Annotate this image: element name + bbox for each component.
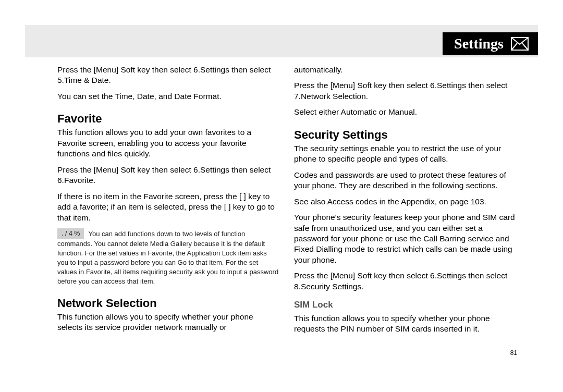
heading-security-settings: Security Settings bbox=[294, 127, 516, 142]
note-text: You can add functions down to two levels… bbox=[57, 230, 278, 285]
body-text: automatically. bbox=[294, 65, 516, 75]
left-column: Press the [Menu] Soft key then select 6.… bbox=[57, 65, 279, 340]
envelope-icon bbox=[511, 37, 529, 51]
body-text: Press the [Menu] Soft key then select 6.… bbox=[57, 165, 279, 186]
body-text: Press the [Menu] Soft key then select 6.… bbox=[57, 65, 279, 86]
right-column: automatically. Press the [Menu] Soft key… bbox=[294, 65, 516, 340]
body-text: If there is no item in the Favorite scre… bbox=[57, 191, 279, 223]
heading-favorite: Favorite bbox=[57, 111, 279, 126]
body-text: The security settings enable you to rest… bbox=[294, 143, 516, 165]
content-area: Press the [Menu] Soft key then select 6.… bbox=[57, 65, 516, 340]
body-text: This function allows you to specify whet… bbox=[294, 313, 516, 335]
page: Settings Press the [Menu] Soft key then … bbox=[25, 25, 538, 367]
note-block: . / 4 %You can add functions down to two… bbox=[57, 228, 279, 286]
body-text: This function allows you to add your own… bbox=[57, 127, 279, 159]
heading-network-selection: Network Selection bbox=[57, 296, 279, 311]
body-text: Select either Automatic or Manual. bbox=[294, 107, 516, 117]
heading-sim-lock: SIM Lock bbox=[294, 299, 516, 311]
body-text: This function allows you to specify whet… bbox=[57, 312, 279, 333]
body-text: Your phone's security features keep your… bbox=[294, 212, 516, 265]
body-text: Codes and passwords are used to protect … bbox=[294, 170, 516, 191]
page-title: Settings bbox=[454, 35, 504, 52]
note-chip: . / 4 % bbox=[57, 228, 84, 239]
page-header: Settings bbox=[443, 32, 538, 55]
body-text: Press the [Menu] Soft key then select 6.… bbox=[294, 271, 516, 292]
body-text: You can set the Time, Date, and Date For… bbox=[57, 91, 279, 102]
page-number: 81 bbox=[510, 349, 517, 357]
body-text: Press the [Menu] Soft key then select 6.… bbox=[294, 80, 516, 102]
body-text: See also Access codes in the Appendix, o… bbox=[294, 197, 516, 207]
